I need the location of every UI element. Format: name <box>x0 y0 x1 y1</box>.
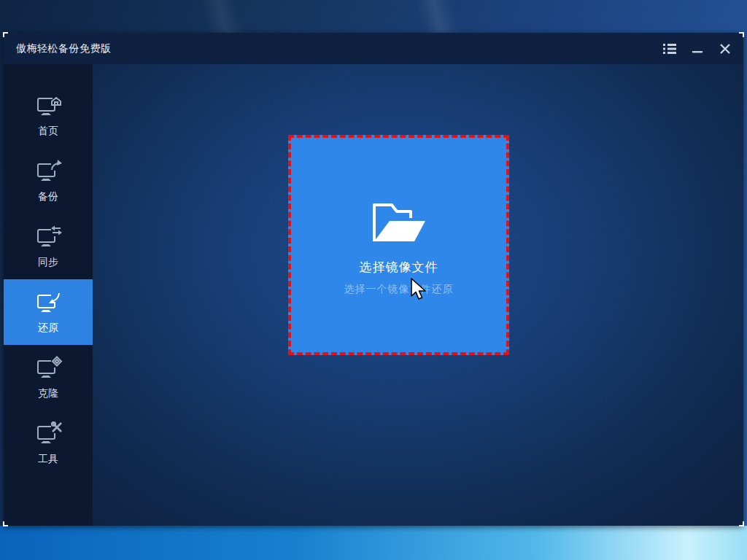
monitor-sync-icon <box>34 225 63 251</box>
sidebar-item-clone[interactable]: 克隆 <box>4 345 93 411</box>
sidebar-item-home[interactable]: 首页 <box>4 82 93 148</box>
open-folder-icon <box>370 202 428 243</box>
close-button[interactable] <box>714 39 736 59</box>
monitor-backup-icon <box>34 159 63 185</box>
select-image-dropzone[interactable]: 选择镜像文件 选择一个镜像文件还原 <box>288 135 509 355</box>
sidebar-item-tools[interactable]: 工具 <box>4 411 93 476</box>
close-icon <box>720 44 730 54</box>
window-body: 首页 备份 <box>4 64 743 526</box>
main-content: 选择镜像文件 选择一个镜像文件还原 <box>93 64 743 526</box>
monitor-restore-icon <box>34 290 63 316</box>
desktop: 傲梅轻松备份免费版 <box>0 0 747 560</box>
sidebar-item-backup[interactable]: 备份 <box>4 148 93 214</box>
monitor-home-icon <box>34 93 63 120</box>
minimize-icon <box>692 44 703 54</box>
titlebar[interactable]: 傲梅轻松备份免费版 <box>4 33 743 64</box>
sidebar-item-sync[interactable]: 同步 <box>4 214 93 279</box>
window-corner-mark <box>3 521 8 526</box>
app-window: 傲梅轻松备份免费版 <box>4 33 743 526</box>
monitor-tools-icon <box>34 421 63 448</box>
sidebar-item-label: 同步 <box>38 256 58 269</box>
sidebar-item-label: 还原 <box>38 322 58 335</box>
minimize-button[interactable] <box>686 39 708 59</box>
monitor-clone-icon <box>34 356 63 382</box>
sidebar-item-label: 备份 <box>38 190 58 203</box>
desktop-wallpaper-glow <box>0 526 747 560</box>
window-corner-mark <box>739 521 744 526</box>
sidebar-item-label: 克隆 <box>38 387 58 400</box>
sidebar-item-restore[interactable]: 还原 <box>4 279 93 345</box>
dropzone-subtitle: 选择一个镜像文件还原 <box>344 283 454 296</box>
window-title: 傲梅轻松备份免费版 <box>16 42 112 55</box>
menu-icon <box>663 44 676 54</box>
sidebar-item-label: 首页 <box>38 125 58 138</box>
menu-button[interactable] <box>659 39 681 59</box>
dropzone-title: 选择镜像文件 <box>360 259 438 276</box>
titlebar-controls <box>653 39 736 59</box>
sidebar: 首页 备份 <box>4 64 93 526</box>
sidebar-item-label: 工具 <box>38 453 58 466</box>
window-corner-mark <box>739 32 744 37</box>
window-corner-mark <box>3 32 8 37</box>
